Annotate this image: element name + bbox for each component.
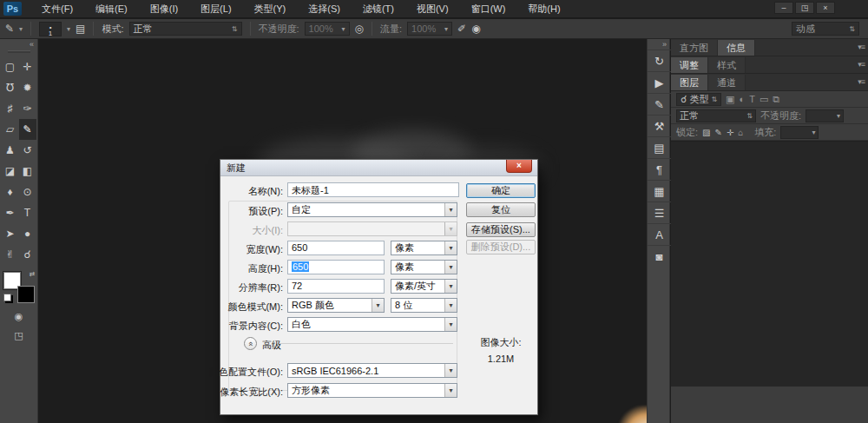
zoom-tool[interactable]: ☌	[19, 244, 36, 265]
history-brush-tool[interactable]: ↺	[19, 140, 36, 161]
filter-type-layers-icon[interactable]: T	[749, 94, 755, 104]
magic-wand-tool[interactable]: ✹	[19, 77, 36, 98]
swatches-panel-icon[interactable]: ▦	[648, 180, 671, 202]
gradient-tool[interactable]: ◧	[19, 161, 36, 182]
layers-list[interactable]	[671, 141, 868, 387]
tool-preset-caret-icon[interactable]: ▾	[19, 25, 23, 33]
layer-blend-mode-dropdown[interactable]: 正常 ⇅	[676, 109, 756, 122]
tab-info[interactable]: 信息	[718, 40, 755, 56]
healing-brush-tool[interactable]: ▱	[2, 119, 19, 140]
filter-smart-objects-icon[interactable]: ⧉	[773, 94, 779, 105]
panel-menu-icon[interactable]: ▾≡	[858, 60, 865, 69]
preset-dropdown[interactable]: 自定 ▾	[287, 202, 457, 217]
tab-channels[interactable]: 通道	[708, 75, 746, 90]
layer-opacity-dropdown[interactable]: ▾	[806, 109, 844, 122]
menu-image[interactable]: 图像(I)	[139, 0, 189, 18]
blend-mode-dropdown[interactable]: 正常 ⇅	[129, 22, 242, 36]
tab-styles[interactable]: 样式	[708, 57, 746, 73]
tablet-pressure-size-icon[interactable]: ◉	[471, 23, 480, 35]
actions-panel-icon[interactable]: ▶	[648, 71, 671, 93]
menu-edit[interactable]: 编辑(E)	[84, 0, 139, 18]
restore-button[interactable]: ◳	[795, 2, 814, 14]
workspace-dropdown[interactable]: 动感 ⇅	[792, 22, 859, 36]
panel-menu-icon[interactable]: ▾≡	[858, 77, 865, 86]
height-input[interactable]: 650	[287, 260, 385, 274]
brush-presets-panel-icon[interactable]: ✎	[648, 93, 671, 115]
brush-size-preview[interactable]: • 1	[39, 22, 62, 36]
bit-depth-dropdown[interactable]: 8 位 ▾	[391, 298, 457, 313]
type-tool[interactable]: T	[19, 202, 36, 223]
pen-tool[interactable]: ✒	[2, 202, 19, 223]
menu-filter[interactable]: 滤镜(T)	[352, 0, 405, 18]
tab-histogram[interactable]: 直方图	[671, 40, 718, 56]
tab-adjustments[interactable]: 调整	[671, 57, 708, 73]
move-tool[interactable]: ✛	[19, 56, 36, 77]
timeline-panel-icon[interactable]: ◙	[648, 245, 671, 267]
layer-fill-dropdown[interactable]: ▾	[780, 126, 819, 139]
rect-marquee-tool[interactable]: ▢	[2, 56, 19, 77]
panel-menu-icon[interactable]: ▾≡	[858, 43, 865, 51]
minimize-button[interactable]: –	[774, 2, 793, 14]
width-input[interactable]: 650	[287, 241, 385, 255]
expand-panels-icon[interactable]: »	[648, 39, 669, 50]
color-profile-dropdown[interactable]: sRGB IEC61966-2.1 ▾	[287, 363, 457, 378]
quick-mask-button[interactable]: ◉	[11, 310, 27, 322]
pixel-aspect-dropdown[interactable]: 方形像素 ▾	[287, 383, 457, 398]
default-colors-icon[interactable]	[3, 294, 11, 301]
layer-comps-panel-icon[interactable]: ▤	[648, 136, 671, 158]
dialog-close-button[interactable]: ×	[506, 160, 532, 173]
flow-dropdown[interactable]: 100% ▾	[407, 22, 452, 36]
airbrush-icon[interactable]: ✐	[457, 23, 466, 35]
resolution-input[interactable]: 72	[287, 279, 385, 294]
clone-source-panel-icon[interactable]: ⚒	[648, 115, 671, 136]
brush-tool[interactable]: ✎	[19, 119, 36, 140]
save-preset-button[interactable]: 存储预设(S)...	[466, 222, 536, 237]
eyedropper-tool[interactable]: ✑	[19, 98, 36, 119]
menu-help[interactable]: 帮助(H)	[516, 0, 571, 18]
hand-tool[interactable]: ✌	[2, 244, 19, 265]
resolution-unit-dropdown[interactable]: 像素/英寸 ▾	[391, 279, 457, 294]
menu-type[interactable]: 类型(Y)	[243, 0, 298, 18]
panel-grip[interactable]	[8, 50, 30, 53]
ok-button[interactable]: 确定	[466, 183, 536, 198]
menu-view[interactable]: 视图(V)	[405, 0, 460, 18]
properties-panel-icon[interactable]: ☰	[648, 202, 671, 223]
lock-all-icon[interactable]: ⌂	[738, 128, 743, 137]
swap-colors-icon[interactable]: ⇄	[30, 270, 36, 278]
lock-position-icon[interactable]: ✛	[727, 128, 733, 137]
menu-select[interactable]: 选择(S)	[297, 0, 352, 18]
lock-pixels-icon[interactable]: ✎	[715, 128, 722, 137]
close-button[interactable]: ×	[816, 2, 835, 14]
crop-tool[interactable]: ♯	[2, 98, 19, 119]
layer-filter-type-dropdown[interactable]: ☌ 类型 ⇅	[676, 93, 721, 106]
color-mode-dropdown[interactable]: RGB 颜色 ▾	[287, 298, 385, 313]
lock-transparency-icon[interactable]: ▨	[702, 128, 710, 137]
collapse-panel-icon[interactable]: «	[0, 39, 37, 50]
tool-preset-icon[interactable]: ✎	[5, 23, 14, 35]
filter-adjustment-layers-icon[interactable]: ◐	[740, 94, 746, 104]
clone-stamp-tool[interactable]: ♟	[2, 140, 19, 161]
advanced-expander-button[interactable]: «	[244, 337, 257, 350]
lasso-tool[interactable]: ℧	[2, 77, 19, 98]
history-panel-icon[interactable]: ↻	[648, 50, 671, 71]
width-unit-dropdown[interactable]: 像素 ▾	[391, 241, 457, 255]
dodge-tool[interactable]: ⊙	[19, 182, 36, 202]
background-color-swatch[interactable]	[17, 286, 35, 303]
menu-window[interactable]: 窗口(W)	[460, 0, 517, 18]
background-contents-dropdown[interactable]: 白色 ▾	[287, 317, 457, 332]
menu-file[interactable]: 文件(F)	[30, 0, 84, 18]
paragraph-panel-icon[interactable]: ¶	[648, 158, 671, 180]
filter-pixel-layers-icon[interactable]: ▣	[726, 94, 734, 105]
tablet-pressure-opacity-icon[interactable]: ◎	[355, 23, 364, 35]
filter-shape-layers-icon[interactable]: ▭	[760, 94, 768, 105]
eraser-tool[interactable]: ◪	[2, 161, 19, 182]
screen-mode-button[interactable]: ◳	[11, 329, 27, 341]
dialog-titlebar[interactable]: 新建	[220, 160, 537, 176]
brush-picker-caret-icon[interactable]: ▾	[67, 25, 70, 33]
height-unit-dropdown[interactable]: 像素 ▾	[391, 260, 457, 274]
path-select-tool[interactable]: ➤	[2, 223, 19, 244]
menu-layer[interactable]: 图层(L)	[189, 0, 242, 18]
toggle-brush-panel-icon[interactable]: ▤	[76, 23, 85, 35]
name-input[interactable]: 未标题-1	[287, 182, 459, 197]
shape-tool[interactable]: ●	[19, 223, 36, 244]
